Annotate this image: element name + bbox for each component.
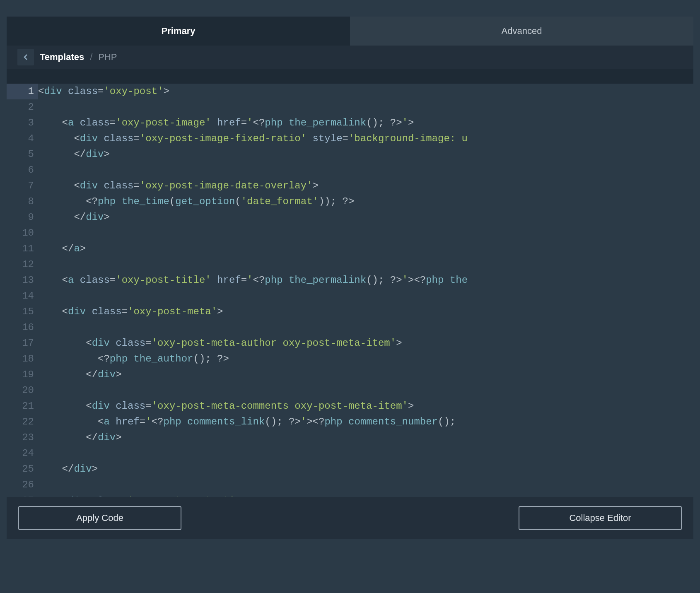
code-line[interactable]: 20 — [7, 383, 693, 398]
breadcrumb-current: PHP — [98, 52, 117, 63]
line-number: 26 — [7, 477, 38, 493]
collapse-editor-button[interactable]: Collapse Editor — [519, 506, 682, 530]
line-number: 16 — [7, 320, 38, 335]
line-number: 14 — [7, 288, 38, 304]
line-number: 25 — [7, 461, 38, 477]
code-content: <a class='oxy-post-title' href='<?php th… — [38, 272, 693, 288]
code-content: </div> — [38, 147, 693, 162]
line-number: 23 — [7, 430, 38, 446]
breadcrumb-root[interactable]: Templates — [40, 52, 84, 63]
code-line[interactable]: 11 </a> — [7, 241, 693, 257]
code-content: <?php the_author(); ?> — [38, 351, 693, 367]
code-line[interactable]: 27 <div class='oxy-post-content'> — [7, 493, 693, 497]
line-number: 15 — [7, 304, 38, 320]
line-number: 11 — [7, 241, 38, 257]
code-content — [38, 225, 693, 241]
code-content: <a href='<?php comments_link(); ?>'><?ph… — [38, 414, 693, 430]
code-line[interactable]: 26 — [7, 477, 693, 493]
code-line[interactable]: 7 <div class='oxy-post-image-date-overla… — [7, 178, 693, 194]
code-line[interactable]: 17 <div class='oxy-post-meta-author oxy-… — [7, 335, 693, 351]
code-content — [38, 288, 693, 304]
code-line[interactable]: 15 <div class='oxy-post-meta'> — [7, 304, 693, 320]
top-spacer — [0, 0, 700, 10]
code-line[interactable]: 8 <?php the_time(get_option('date_format… — [7, 194, 693, 210]
code-line[interactable]: 5 </div> — [7, 147, 693, 162]
code-line[interactable]: 6 — [7, 162, 693, 178]
code-content — [38, 477, 693, 493]
code-content: <div class='oxy-post-meta'> — [38, 304, 693, 320]
code-line[interactable]: 4 <div class='oxy-post-image-fixed-ratio… — [7, 131, 693, 147]
breadcrumb-separator: / — [90, 52, 92, 63]
line-number: 1 — [7, 84, 38, 99]
line-number: 19 — [7, 367, 38, 383]
line-number: 24 — [7, 446, 38, 461]
line-number: 8 — [7, 194, 38, 210]
code-content — [38, 162, 693, 178]
code-line[interactable]: 1<div class='oxy-post'> — [7, 84, 693, 99]
code-content — [38, 257, 693, 272]
code-line[interactable]: 3 <a class='oxy-post-image' href='<?php … — [7, 115, 693, 131]
code-line[interactable]: 23 </div> — [7, 430, 693, 446]
code-content — [38, 446, 693, 461]
code-line[interactable]: 24 — [7, 446, 693, 461]
line-number: 18 — [7, 351, 38, 367]
code-content: <div class='oxy-post-meta-comments oxy-p… — [38, 398, 693, 414]
line-number: 7 — [7, 178, 38, 194]
code-content: </div> — [38, 430, 693, 446]
code-content: <div class='oxy-post-image-date-overlay'… — [38, 178, 693, 194]
code-content: <a class='oxy-post-image' href='<?php th… — [38, 115, 693, 131]
code-content: <div class='oxy-post'> — [38, 84, 693, 99]
breadcrumbs: Templates / PHP — [7, 46, 693, 69]
code-line[interactable]: 14 — [7, 288, 693, 304]
line-number: 17 — [7, 335, 38, 351]
line-number: 6 — [7, 162, 38, 178]
code-content: <?php the_time(get_option('date_format')… — [38, 194, 693, 210]
line-number: 22 — [7, 414, 38, 430]
code-line[interactable]: 21 <div class='oxy-post-meta-comments ox… — [7, 398, 693, 414]
tab-primary[interactable]: Primary — [7, 17, 350, 46]
apply-code-button[interactable]: Apply Code — [18, 506, 181, 530]
line-number: 3 — [7, 115, 38, 131]
line-number: 21 — [7, 398, 38, 414]
code-content: </a> — [38, 241, 693, 257]
tab-advanced[interactable]: Advanced — [350, 17, 693, 46]
oxygen-panel: Primary Advanced Templates / PHP 1<div c… — [7, 17, 693, 539]
footer-bar: Apply Code Collapse Editor — [7, 497, 693, 539]
line-number: 5 — [7, 147, 38, 162]
code-content: </div> — [38, 461, 693, 477]
code-line[interactable]: 12 — [7, 257, 693, 272]
line-number: 12 — [7, 257, 38, 272]
code-line[interactable]: 9 </div> — [7, 210, 693, 225]
code-editor[interactable]: 1<div class='oxy-post'>23 <a class='oxy-… — [7, 84, 693, 497]
line-number: 10 — [7, 225, 38, 241]
line-number: 27 — [7, 493, 38, 497]
back-button[interactable] — [17, 49, 34, 65]
code-line[interactable]: 19 </div> — [7, 367, 693, 383]
code-content: <div class='oxy-post-meta-author oxy-pos… — [38, 335, 693, 351]
code-content — [38, 320, 693, 335]
code-line[interactable]: 22 <a href='<?php comments_link(); ?>'><… — [7, 414, 693, 430]
tabs-bar: Primary Advanced — [7, 17, 693, 46]
code-line[interactable]: 2 — [7, 99, 693, 115]
code-content — [38, 383, 693, 398]
code-line[interactable]: 16 — [7, 320, 693, 335]
code-content: </div> — [38, 210, 693, 225]
line-number: 20 — [7, 383, 38, 398]
code-content: </div> — [38, 367, 693, 383]
code-content: <div class='oxy-post-image-fixed-ratio' … — [38, 131, 693, 147]
code-line[interactable]: 18 <?php the_author(); ?> — [7, 351, 693, 367]
code-line[interactable]: 13 <a class='oxy-post-title' href='<?php… — [7, 272, 693, 288]
line-number: 9 — [7, 210, 38, 225]
line-number: 2 — [7, 99, 38, 115]
chevron-left-icon — [24, 54, 28, 60]
code-line[interactable]: 25 </div> — [7, 461, 693, 477]
code-line[interactable]: 10 — [7, 225, 693, 241]
line-number: 13 — [7, 272, 38, 288]
code-content: <div class='oxy-post-content'> — [38, 493, 693, 497]
line-number: 4 — [7, 131, 38, 147]
code-content — [38, 99, 693, 115]
